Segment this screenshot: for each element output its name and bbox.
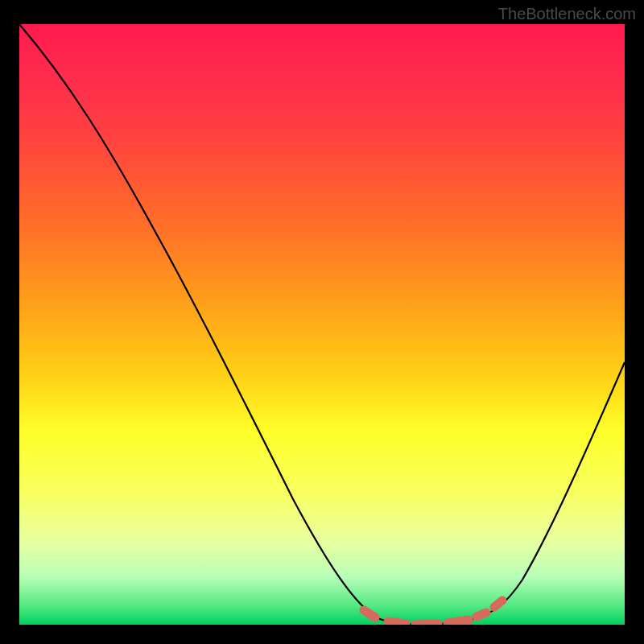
bottleneck-curve-path (19, 24, 625, 625)
plot-area (19, 24, 625, 625)
flat-region-markers (364, 601, 502, 625)
curve-svg (19, 24, 625, 625)
chart-frame: TheBottleneck.com (0, 0, 644, 644)
watermark-text: TheBottleneck.com (498, 5, 636, 23)
